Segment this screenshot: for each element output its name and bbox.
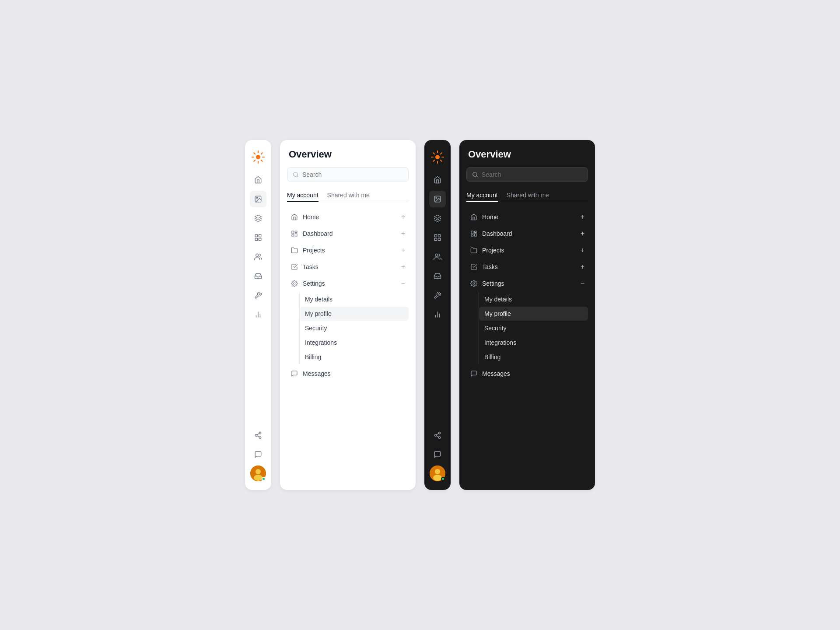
svg-rect-68 [471,235,473,236]
dark-expand-icon: + [581,247,584,254]
dark-tab-my-account[interactable]: My account [466,189,498,202]
sidebar-icon-users[interactable] [250,248,266,265]
search-icon [293,172,299,178]
svg-rect-67 [474,234,476,236]
dark-sidebar-icon-home[interactable] [429,172,446,188]
svg-line-59 [436,434,438,435]
expand-icon: + [401,263,405,270]
dark-sub-nav-integrations[interactable]: Integrations [479,336,588,350]
svg-line-24 [257,434,259,435]
nav-item-messages[interactable]: Messages [287,366,409,382]
dark-tabs-row: My account Shared with me [466,189,588,202]
search-input[interactable] [302,171,403,178]
svg-line-8 [254,160,255,161]
svg-point-10 [256,197,257,198]
nav-item-label: Dashboard [303,230,333,237]
sidebar-icon-layers[interactable] [250,210,266,227]
dark-nav-item-tasks[interactable]: Tasks + [466,259,588,275]
user-avatar[interactable] [250,466,266,481]
sidebar-icon-tools[interactable] [250,287,266,304]
svg-rect-15 [255,238,257,241]
dark-nav-item-settings[interactable]: Settings − [466,276,588,291]
dark-sidebar-icon-connections[interactable] [429,427,446,444]
svg-point-51 [435,254,438,256]
dark-sidebar-icon-layers[interactable] [429,210,446,227]
sub-nav-integrations[interactable]: Integrations [300,336,409,350]
dark-projects-icon [470,246,478,254]
sidebar-icon-grid[interactable] [250,229,266,246]
sidebar-icon-connections[interactable] [250,427,266,444]
svg-line-29 [297,176,298,177]
sub-nav-my-details[interactable]: My details [300,292,409,306]
dark-sub-nav-my-details[interactable]: My details [479,292,588,306]
dark-search-icon [472,172,478,178]
dark-search-input[interactable] [482,171,582,178]
nav-item-home[interactable]: Home + [287,209,409,225]
tab-shared-with-me[interactable]: Shared with me [327,189,370,202]
dark-nav-item-label: Home [482,214,498,220]
dark-nav-item-dashboard[interactable]: Dashboard + [466,226,588,242]
search-box[interactable] [287,167,409,182]
svg-rect-48 [438,234,441,237]
dark-sub-nav-billing[interactable]: Billing [479,350,588,364]
nav-item-label: Settings [303,280,325,287]
dark-wide-panel: Overview My account Shared with me Home … [459,140,595,490]
svg-rect-31 [295,231,297,232]
dark-nav-list: Home + Dashboard + Projects [466,209,588,291]
dark-sidebar-icon-inbox[interactable] [429,268,446,284]
nav-item-label: Projects [303,247,325,254]
dark-tasks-icon [470,263,478,271]
dark-sub-nav-my-profile[interactable]: My profile [479,307,588,321]
svg-point-0 [256,155,260,159]
dark-nav-item-home[interactable]: Home + [466,209,588,225]
dark-nav-item-label: Tasks [482,263,498,270]
sidebar-icon-home[interactable] [250,172,266,188]
dark-nav-item-messages[interactable]: Messages [466,366,588,382]
dark-settings-sub-nav: My details My profile Security Integrati… [479,292,588,364]
sidebar-icon-inbox[interactable] [250,268,266,284]
tab-my-account[interactable]: My account [287,189,318,202]
dark-sidebar-icon-tools[interactable] [429,287,446,304]
svg-line-43 [433,160,434,161]
svg-marker-11 [255,215,262,219]
nav-item-dashboard[interactable]: Dashboard + [287,226,409,242]
svg-rect-13 [259,234,261,237]
svg-line-58 [436,436,438,437]
tabs-row: My account Shared with me [287,189,409,202]
dark-expand-icon: + [581,230,584,237]
dark-sidebar-icon-chat[interactable] [429,446,446,463]
nav-item-projects[interactable]: Projects + [287,242,409,258]
nav-item-settings[interactable]: Settings − [287,276,409,291]
sub-nav-security[interactable]: Security [300,321,409,335]
svg-rect-65 [471,231,473,234]
sub-nav-my-profile[interactable]: My profile [300,307,409,321]
logo-icon-dark [429,149,446,165]
sidebar-icon-chart[interactable] [250,306,266,323]
sub-nav-billing[interactable]: Billing [300,350,409,364]
dark-user-avatar[interactable] [430,466,445,481]
nav-item-tasks[interactable]: Tasks + [287,259,409,275]
dark-nav-item-label: Dashboard [482,230,512,237]
dark-sidebar-icon-chart[interactable] [429,306,446,323]
dark-nav-item-label: Projects [482,247,504,254]
dark-sidebar-icon-users[interactable] [429,248,446,265]
top-nav-icons [250,149,266,323]
sidebar-icon-image[interactable] [250,191,266,207]
tasks-icon [290,263,298,271]
dark-expand-icon: + [581,263,584,270]
nav-list: Home + Dashboard + Projects [287,209,409,291]
dark-sidebar-icon-image[interactable] [429,191,446,207]
dark-home-icon [470,213,478,221]
dark-tab-shared-with-me[interactable]: Shared with me [507,189,549,202]
svg-line-6 [261,160,262,161]
sidebar-icon-chat[interactable] [250,446,266,463]
dark-nav-item-projects[interactable]: Projects + [466,242,588,258]
dark-search-box[interactable] [466,167,588,182]
light-wide-panel: Overview My account Shared with me Home … [280,140,416,490]
dark-settings-icon [470,280,478,287]
dark-sub-nav-security[interactable]: Security [479,321,588,335]
dark-messages-icon [470,370,478,378]
svg-rect-50 [434,238,437,241]
dark-sidebar-icon-grid[interactable] [429,229,446,246]
expand-icon: + [401,230,405,237]
